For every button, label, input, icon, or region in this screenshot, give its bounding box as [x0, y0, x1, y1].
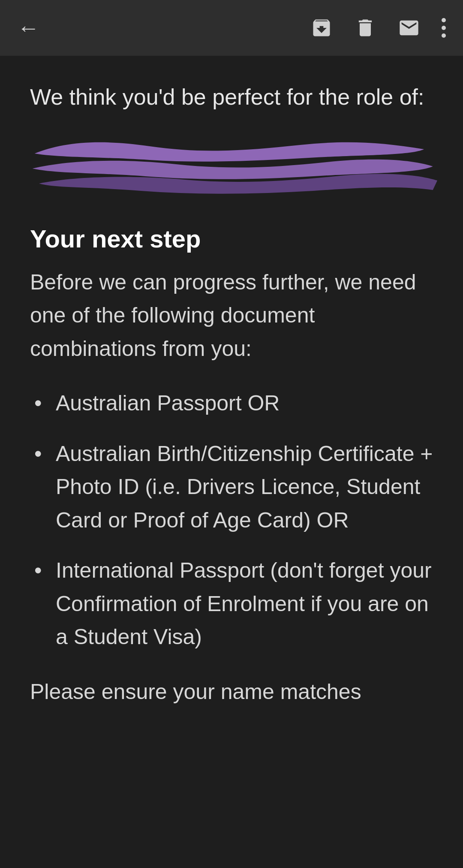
redacted-section: We think you'd be perfect for the role o…	[30, 81, 433, 199]
next-step-title: Your next step	[30, 224, 433, 253]
back-button[interactable]: ←	[17, 15, 39, 41]
toolbar-right	[310, 17, 446, 39]
next-step-section: Your next step Before we can progress fu…	[30, 224, 433, 709]
toolbar-left: ←	[17, 15, 39, 41]
mail-icon[interactable]	[398, 17, 420, 39]
archive-icon[interactable]	[310, 17, 333, 39]
list-item: International Passport (don't forget you…	[30, 554, 433, 654]
list-item: Australian Birth/Citizenship Certificate…	[30, 437, 433, 537]
redacted-scribble-svg	[26, 130, 437, 199]
document-list: Australian Passport OR Australian Birth/…	[30, 387, 433, 654]
list-item: Australian Passport OR	[30, 387, 433, 420]
more-options-button[interactable]	[442, 18, 446, 38]
intro-text: We think you'd be perfect for the role o…	[30, 81, 433, 113]
redacted-block	[26, 130, 437, 199]
footer-text: Please ensure your name matches	[30, 675, 433, 709]
toolbar: ←	[0, 0, 463, 56]
next-step-body: Before we can progress further, we need …	[30, 266, 433, 366]
email-content: We think you'd be perfect for the role o…	[0, 56, 463, 868]
delete-icon[interactable]	[354, 17, 376, 39]
